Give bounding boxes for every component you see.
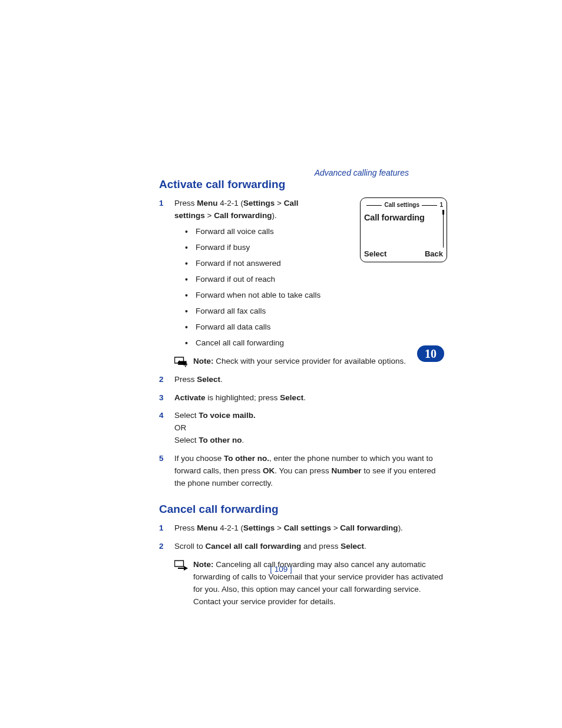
text: > — [275, 199, 283, 207]
text: Select — [174, 436, 199, 444]
text: > — [275, 523, 283, 532]
step-number: 1 — [159, 522, 164, 535]
note-text: Check with your service provider for ava… — [214, 357, 406, 365]
text: 4-2-1 ( — [218, 523, 244, 532]
list-item: Forward when not able to take calls — [185, 289, 444, 302]
heading-cancel: Cancel call forwarding — [159, 500, 444, 518]
text: . You can press — [275, 466, 331, 475]
text: Cancel all call forwarding — [206, 542, 302, 551]
step-a1: 1 Press Menu 4-2-1 (Settings > Call sett… — [159, 197, 444, 349]
list-item: Forward all data calls — [185, 321, 444, 334]
step-number: 1 — [159, 197, 164, 210]
text: Call forwarding — [340, 523, 398, 532]
text: Settings — [243, 523, 275, 532]
text: Menu — [197, 523, 217, 532]
text: Call settings — [284, 523, 331, 532]
step-number: 4 — [159, 410, 164, 422]
text: . — [303, 393, 306, 402]
list-item: Forward all voice calls — [185, 226, 444, 238]
text: Select — [340, 542, 364, 551]
text: is highlighted; press — [206, 393, 280, 402]
text: 4-2-1 ( — [218, 199, 244, 207]
text: Select — [174, 411, 199, 420]
text: and press — [301, 542, 340, 551]
text: If you choose — [174, 454, 224, 463]
text: ). — [398, 523, 403, 532]
text: . — [220, 375, 223, 384]
text: > — [331, 523, 340, 532]
text: > — [205, 211, 214, 220]
list-item: Forward if out of reach — [185, 274, 444, 286]
text: Scroll to — [174, 542, 206, 551]
step-a4: 4 Select To voice mailb. OR Select To ot… — [159, 410, 444, 447]
step-a2: 2 Press Select. — [159, 374, 444, 386]
step-b2: 2 Scroll to Cancel all call forwarding a… — [159, 541, 444, 553]
text: Settings — [243, 199, 275, 207]
text: ). — [272, 211, 276, 220]
chapter-tab: 10 — [417, 345, 444, 362]
step-a5: 5 If you choose To other no., enter the … — [159, 453, 444, 490]
text: Menu — [197, 199, 217, 207]
text: To other no. — [224, 454, 269, 463]
text: . — [364, 542, 366, 551]
page-number: [ 109 ] — [0, 564, 562, 576]
section-header-label: Advanced calling features — [315, 167, 409, 180]
text: OK — [263, 466, 275, 475]
step-number: 5 — [159, 453, 164, 465]
text: Number — [331, 466, 361, 475]
text: Press — [174, 375, 197, 384]
text: OR — [174, 423, 186, 432]
list-item: Forward if not answered — [185, 258, 444, 270]
text: Press — [174, 523, 197, 532]
document-page: Advanced calling features Activate call … — [0, 0, 562, 728]
note-label: Note: — [193, 357, 214, 365]
text: Select — [280, 393, 303, 402]
list-item: Forward if busy — [185, 242, 444, 254]
step-number: 2 — [159, 374, 164, 386]
step-number: 3 — [159, 392, 164, 404]
step-a3: 3 Activate is highlighted; press Select. — [159, 392, 444, 404]
list-item: Cancel all call forwarding — [185, 337, 444, 350]
section-a-body: Call settings 1 Call forwarding Select B… — [159, 197, 444, 490]
note-block: Note: Check with your service provider f… — [159, 355, 444, 368]
step-b1: 1 Press Menu 4-2-1 (Settings > Call sett… — [159, 522, 444, 535]
text: Activate — [174, 393, 206, 402]
step-number: 2 — [159, 541, 164, 553]
forward-options-list: Forward all voice calls Forward if busy … — [185, 226, 444, 349]
list-item: Forward all fax calls — [185, 305, 444, 318]
text: Call forwarding — [214, 211, 272, 220]
note-icon — [174, 357, 189, 367]
text: . — [242, 436, 244, 444]
text: To voice mailb. — [199, 411, 256, 420]
text: Press — [174, 199, 197, 207]
text: Select — [197, 375, 220, 384]
text: To other no — [199, 436, 242, 444]
